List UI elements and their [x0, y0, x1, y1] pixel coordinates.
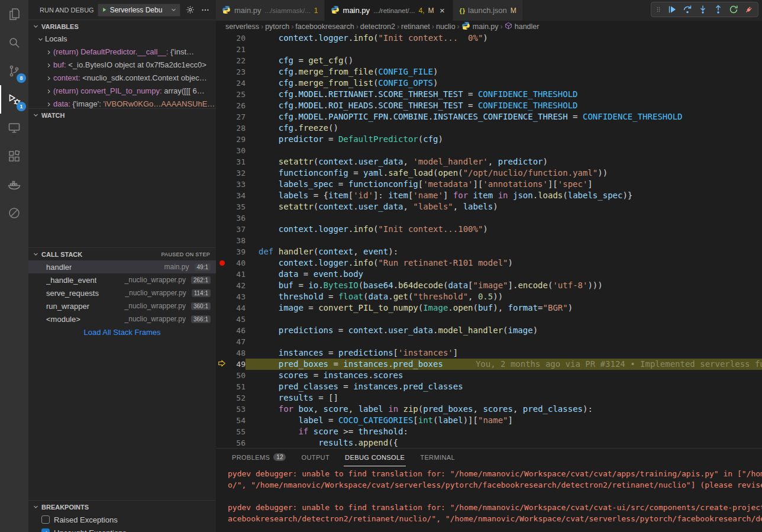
- code-line-32[interactable]: 32 functionconfig = yaml.safe_load(open(…: [216, 167, 762, 179]
- debug-config-dropdown[interactable]: Serverless Debu: [98, 4, 180, 17]
- gutter-margin[interactable]: [216, 100, 228, 111]
- gutter-margin[interactable]: [216, 246, 228, 257]
- variables-section-header[interactable]: VARIABLES: [28, 20, 216, 33]
- variable-row[interactable]: (return) convert_PIL_to_numpy: array([[[…: [28, 85, 216, 98]
- panel-tab-output[interactable]: OUTPUT: [300, 449, 331, 466]
- gutter-margin[interactable]: [216, 314, 228, 325]
- gutter-margin[interactable]: [216, 33, 228, 44]
- breakpoint-row[interactable]: Raised Exceptions: [28, 513, 216, 526]
- callstack-frame[interactable]: serve_requests_nuclio_wrapper.py114:1: [28, 286, 216, 299]
- editor-tab-main-py-siammask[interactable]: main.py.../siammask/...1: [216, 0, 324, 21]
- editor-tab-launch-json[interactable]: { }launch.jsonM: [453, 0, 522, 21]
- code-line-26[interactable]: 26 cfg.MODEL.ROI_HEADS.SCORE_THRESH_TEST…: [216, 100, 762, 111]
- code-line-23[interactable]: 23 cfg.merge_from_file(CONFIG_FILE): [216, 66, 762, 78]
- panel-tab-problems[interactable]: PROBLEMS12: [231, 449, 287, 466]
- disconnect-button[interactable]: [744, 4, 754, 15]
- gutter-margin[interactable]: [216, 404, 228, 415]
- gutter-margin[interactable]: [216, 291, 228, 302]
- gutter-margin[interactable]: [216, 122, 228, 134]
- tab-close-icon[interactable]: ×: [437, 5, 447, 15]
- step-out-button[interactable]: [713, 4, 724, 15]
- breadcrumb-item-pytorch[interactable]: pytorch: [265, 22, 289, 31]
- breadcrumb-item-facebookresearch[interactable]: facebookresearch: [295, 22, 354, 31]
- gutter-margin[interactable]: [216, 224, 228, 235]
- gutter-margin[interactable]: [216, 55, 228, 66]
- gutter-margin[interactable]: [216, 370, 228, 381]
- variable-row[interactable]: data: {'image': 'iVBORw0KGo…AAAANSUhE…: [28, 98, 216, 108]
- code-line-27[interactable]: 27 cfg.MODEL.PANOPTIC_FPN.COMBINE.INSTAN…: [216, 111, 762, 122]
- code-line-24[interactable]: 24 cfg.merge_from_list(CONFIG_OPTS): [216, 78, 762, 89]
- drag-handle-button[interactable]: [655, 4, 662, 15]
- activitybar-run-and-debug[interactable]: 1: [0, 85, 28, 114]
- code-line-50[interactable]: 50 scores = instances.scores: [216, 370, 762, 381]
- breakpoint-icon[interactable]: [219, 260, 225, 266]
- breadcrumb-item-detectron2[interactable]: detectron2: [360, 22, 395, 31]
- activitybar-explorer[interactable]: [0, 0, 28, 28]
- gutter-margin[interactable]: [216, 145, 228, 156]
- code-line-56[interactable]: 56 results.append({: [216, 437, 762, 448]
- code-line-54[interactable]: 54 label = COCO_CATEGORIES[int(label)]["…: [216, 415, 762, 426]
- gutter-margin[interactable]: [216, 179, 228, 190]
- breadcrumb-item-retinanet[interactable]: retinanet: [401, 22, 430, 31]
- code-line-37[interactable]: 37 context.logger.info("Init context...1…: [216, 224, 762, 235]
- code-line-46[interactable]: 46 predictions = context.user_data.model…: [216, 325, 762, 336]
- gutter-margin[interactable]: [216, 66, 228, 78]
- activitybar-extensions[interactable]: [0, 142, 28, 170]
- activitybar-circle-tool[interactable]: [0, 199, 28, 227]
- checkbox-checked[interactable]: ✓: [41, 528, 50, 532]
- code-line-20[interactable]: 20 context.logger.info("Init context... …: [216, 33, 762, 44]
- activitybar-docker[interactable]: [0, 170, 28, 199]
- code-line-39[interactable]: 39def handler(context, event):: [216, 246, 762, 257]
- restart-button[interactable]: [728, 4, 739, 15]
- gutter-margin[interactable]: [216, 325, 228, 336]
- debug-console-output[interactable]: pydev debugger: unable to find translati…: [216, 466, 762, 532]
- step-into-button[interactable]: [698, 4, 708, 15]
- gutter-margin[interactable]: [216, 269, 228, 280]
- code-line-22[interactable]: 22 cfg = get_cfg(): [216, 55, 762, 66]
- step-over-button[interactable]: [682, 4, 693, 15]
- code-line-52[interactable]: 52 results = []: [216, 392, 762, 404]
- code-line-38[interactable]: 38: [216, 235, 762, 246]
- callstack-section-header[interactable]: CALL STACK PAUSED ON STEP: [28, 247, 216, 260]
- code-line-45[interactable]: 45: [216, 314, 762, 325]
- variable-row[interactable]: context: <nuclio_sdk.context.Context obj…: [28, 72, 216, 85]
- callstack-frame[interactable]: _handle_event_nuclio_wrapper.py262:1: [28, 273, 216, 286]
- callstack-frame[interactable]: <module>_nuclio_wrapper.py366:1: [28, 312, 216, 325]
- breadcrumb-item-nuclio[interactable]: nuclio: [436, 22, 456, 31]
- activitybar-search[interactable]: [0, 28, 28, 57]
- callstack-frame[interactable]: run_wrapper_nuclio_wrapper.py360:1: [28, 299, 216, 312]
- gutter-margin[interactable]: [216, 78, 228, 89]
- activitybar-remote-explorer[interactable]: [0, 114, 28, 142]
- code-line-55[interactable]: 55 if score >= threshold:: [216, 426, 762, 437]
- activitybar-source-control[interactable]: 8: [0, 57, 28, 85]
- breakpoint-row[interactable]: ✓Uncaught Exceptions: [28, 526, 216, 532]
- gear-icon[interactable]: [184, 5, 196, 14]
- watch-section-header[interactable]: WATCH: [28, 108, 216, 121]
- gutter-margin[interactable]: [216, 111, 228, 122]
- code-line-51[interactable]: 51 pred_classes = instances.pred_classes: [216, 381, 762, 392]
- gutter-margin[interactable]: [216, 235, 228, 246]
- panel-tab-debug-console[interactable]: DEBUG CONSOLE: [344, 449, 406, 466]
- gutter-margin[interactable]: [216, 392, 228, 404]
- gutter-margin[interactable]: [216, 437, 228, 448]
- gutter-margin[interactable]: [216, 89, 228, 100]
- code-line-31[interactable]: 31 setattr(context.user_data, 'model_han…: [216, 156, 762, 167]
- code-line-42[interactable]: 42 buf = io.BytesIO(base64.b64decode(dat…: [216, 280, 762, 291]
- breadcrumb-item-serverless[interactable]: serverless: [225, 22, 259, 31]
- gutter-margin[interactable]: [216, 302, 228, 314]
- gutter-margin[interactable]: [216, 156, 228, 167]
- breadcrumb-item-handler[interactable]: handler: [505, 22, 540, 31]
- gutter-margin[interactable]: [216, 167, 228, 179]
- gutter-margin[interactable]: [216, 415, 228, 426]
- code-editor[interactable]: 20 context.logger.info("Init context... …: [216, 33, 762, 448]
- code-line-25[interactable]: 25 cfg.MODEL.RETINANET.SCORE_THRESH_TEST…: [216, 89, 762, 100]
- code-line-44[interactable]: 44 image = convert_PIL_to_numpy(Image.op…: [216, 302, 762, 314]
- gutter-margin[interactable]: [216, 426, 228, 437]
- callstack-frame[interactable]: handlermain.py49:1: [28, 260, 216, 273]
- panel-tab-terminal[interactable]: TERMINAL: [419, 449, 456, 466]
- load-all-stack-frames-link[interactable]: Load All Stack Frames: [28, 325, 216, 340]
- breadcrumb-item-main-py[interactable]: main.py: [461, 21, 499, 32]
- editor-tab-main-py-retinanet[interactable]: main.py.../retinanet/...4,M×: [325, 0, 453, 21]
- breakpoints-section-header[interactable]: BREAKPOINTS: [28, 500, 216, 513]
- code-line-48[interactable]: 48 instances = predictions['instances']: [216, 347, 762, 359]
